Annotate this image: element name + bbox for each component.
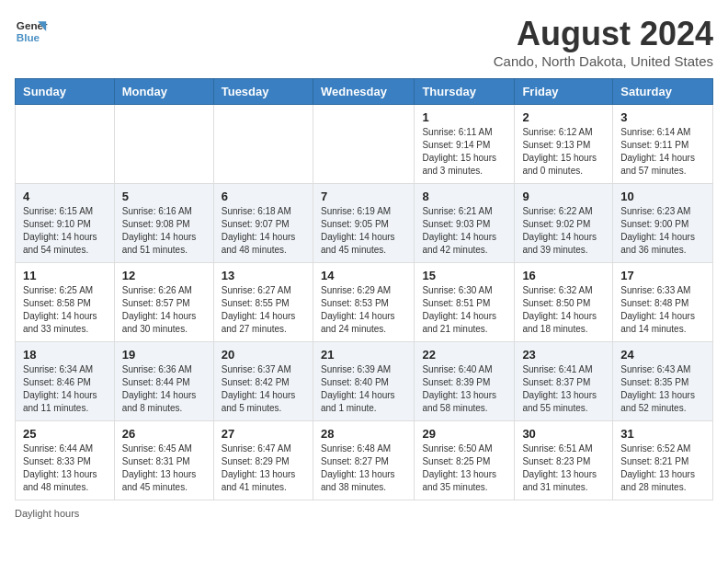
calendar-week-row: 4Sunrise: 6:15 AM Sunset: 9:10 PM Daylig… bbox=[16, 184, 713, 263]
footer-note: Daylight hours bbox=[15, 508, 713, 519]
svg-text:Blue: Blue bbox=[17, 31, 40, 43]
calendar-cell: 1Sunrise: 6:11 AM Sunset: 9:14 PM Daylig… bbox=[415, 105, 515, 184]
header: General Blue August 2024 Cando, North Da… bbox=[15, 15, 713, 69]
calendar-cell bbox=[114, 105, 213, 184]
day-number: 31 bbox=[620, 427, 705, 441]
day-info: Sunrise: 6:52 AM Sunset: 8:21 PM Dayligh… bbox=[620, 442, 705, 494]
day-number: 27 bbox=[222, 427, 305, 441]
weekday-header: Friday bbox=[515, 79, 613, 105]
calendar-cell: 12Sunrise: 6:26 AM Sunset: 8:57 PM Dayli… bbox=[114, 263, 213, 342]
calendar-cell: 22Sunrise: 6:40 AM Sunset: 8:39 PM Dayli… bbox=[415, 342, 515, 421]
day-info: Sunrise: 6:44 AM Sunset: 8:33 PM Dayligh… bbox=[23, 442, 107, 494]
calendar-cell: 8Sunrise: 6:21 AM Sunset: 9:03 PM Daylig… bbox=[415, 184, 515, 263]
day-number: 17 bbox=[620, 269, 705, 282]
day-number: 28 bbox=[321, 427, 406, 441]
day-info: Sunrise: 6:47 AM Sunset: 8:29 PM Dayligh… bbox=[222, 442, 305, 494]
weekday-header: Tuesday bbox=[213, 79, 313, 105]
day-info: Sunrise: 6:40 AM Sunset: 8:39 PM Dayligh… bbox=[422, 363, 506, 415]
day-info: Sunrise: 6:37 AM Sunset: 8:42 PM Dayligh… bbox=[222, 363, 305, 415]
day-number: 7 bbox=[321, 190, 406, 203]
day-info: Sunrise: 6:25 AM Sunset: 8:58 PM Dayligh… bbox=[23, 284, 107, 336]
day-number: 12 bbox=[122, 269, 206, 282]
day-number: 26 bbox=[122, 427, 206, 441]
calendar-cell: 2Sunrise: 6:12 AM Sunset: 9:13 PM Daylig… bbox=[515, 105, 613, 184]
calendar-cell: 17Sunrise: 6:33 AM Sunset: 8:48 PM Dayli… bbox=[613, 263, 713, 342]
day-number: 16 bbox=[522, 269, 605, 282]
day-number: 14 bbox=[321, 269, 406, 282]
day-info: Sunrise: 6:27 AM Sunset: 8:55 PM Dayligh… bbox=[222, 284, 305, 336]
day-number: 29 bbox=[422, 427, 506, 441]
day-number: 19 bbox=[122, 348, 206, 362]
weekday-header: Sunday bbox=[16, 79, 115, 105]
day-info: Sunrise: 6:39 AM Sunset: 8:40 PM Dayligh… bbox=[321, 363, 406, 415]
day-info: Sunrise: 6:12 AM Sunset: 9:13 PM Dayligh… bbox=[522, 126, 605, 178]
header-row: SundayMondayTuesdayWednesdayThursdayFrid… bbox=[16, 79, 713, 105]
day-info: Sunrise: 6:41 AM Sunset: 8:37 PM Dayligh… bbox=[522, 363, 605, 415]
title-area: August 2024 Cando, North Dakota, United … bbox=[494, 15, 713, 69]
calendar-cell: 30Sunrise: 6:51 AM Sunset: 8:23 PM Dayli… bbox=[515, 421, 613, 500]
calendar-cell: 7Sunrise: 6:19 AM Sunset: 9:05 PM Daylig… bbox=[313, 184, 414, 263]
day-number: 1 bbox=[422, 110, 506, 124]
day-info: Sunrise: 6:14 AM Sunset: 9:11 PM Dayligh… bbox=[620, 126, 705, 178]
day-info: Sunrise: 6:21 AM Sunset: 9:03 PM Dayligh… bbox=[422, 205, 506, 257]
logo-icon: General Blue bbox=[15, 15, 48, 48]
weekday-header: Thursday bbox=[415, 79, 515, 105]
day-info: Sunrise: 6:43 AM Sunset: 8:35 PM Dayligh… bbox=[620, 363, 705, 415]
day-info: Sunrise: 6:30 AM Sunset: 8:51 PM Dayligh… bbox=[422, 284, 506, 336]
day-info: Sunrise: 6:48 AM Sunset: 8:27 PM Dayligh… bbox=[321, 442, 406, 494]
logo: General Blue bbox=[15, 15, 48, 48]
day-number: 11 bbox=[23, 269, 107, 282]
calendar-cell: 29Sunrise: 6:50 AM Sunset: 8:25 PM Dayli… bbox=[415, 421, 515, 500]
day-info: Sunrise: 6:36 AM Sunset: 8:44 PM Dayligh… bbox=[122, 363, 206, 415]
day-number: 6 bbox=[222, 190, 305, 203]
calendar-cell: 23Sunrise: 6:41 AM Sunset: 8:37 PM Dayli… bbox=[515, 342, 613, 421]
calendar-week-row: 11Sunrise: 6:25 AM Sunset: 8:58 PM Dayli… bbox=[16, 263, 713, 342]
day-number: 30 bbox=[522, 427, 605, 441]
calendar-cell: 4Sunrise: 6:15 AM Sunset: 9:10 PM Daylig… bbox=[16, 184, 115, 263]
day-number: 5 bbox=[122, 190, 206, 203]
day-number: 8 bbox=[422, 190, 506, 203]
day-info: Sunrise: 6:11 AM Sunset: 9:14 PM Dayligh… bbox=[422, 126, 506, 178]
day-info: Sunrise: 6:16 AM Sunset: 9:08 PM Dayligh… bbox=[122, 205, 206, 257]
day-info: Sunrise: 6:18 AM Sunset: 9:07 PM Dayligh… bbox=[222, 205, 305, 257]
calendar-cell: 6Sunrise: 6:18 AM Sunset: 9:07 PM Daylig… bbox=[213, 184, 313, 263]
calendar-cell: 3Sunrise: 6:14 AM Sunset: 9:11 PM Daylig… bbox=[613, 105, 713, 184]
calendar-cell: 10Sunrise: 6:23 AM Sunset: 9:00 PM Dayli… bbox=[613, 184, 713, 263]
weekday-header: Saturday bbox=[613, 79, 713, 105]
day-number: 22 bbox=[422, 348, 506, 362]
calendar-week-row: 18Sunrise: 6:34 AM Sunset: 8:46 PM Dayli… bbox=[16, 342, 713, 421]
day-number: 10 bbox=[620, 190, 705, 203]
calendar-cell: 18Sunrise: 6:34 AM Sunset: 8:46 PM Dayli… bbox=[16, 342, 115, 421]
calendar-cell: 5Sunrise: 6:16 AM Sunset: 9:08 PM Daylig… bbox=[114, 184, 213, 263]
day-info: Sunrise: 6:45 AM Sunset: 8:31 PM Dayligh… bbox=[122, 442, 206, 494]
month-year: August 2024 bbox=[494, 15, 713, 53]
location: Cando, North Dakota, United States bbox=[494, 53, 713, 69]
day-number: 21 bbox=[321, 348, 406, 362]
day-info: Sunrise: 6:23 AM Sunset: 9:00 PM Dayligh… bbox=[620, 205, 705, 257]
calendar-cell: 11Sunrise: 6:25 AM Sunset: 8:58 PM Dayli… bbox=[16, 263, 115, 342]
day-info: Sunrise: 6:26 AM Sunset: 8:57 PM Dayligh… bbox=[122, 284, 206, 336]
day-number: 25 bbox=[23, 427, 107, 441]
calendar-cell: 28Sunrise: 6:48 AM Sunset: 8:27 PM Dayli… bbox=[313, 421, 414, 500]
calendar-cell: 24Sunrise: 6:43 AM Sunset: 8:35 PM Dayli… bbox=[613, 342, 713, 421]
day-info: Sunrise: 6:19 AM Sunset: 9:05 PM Dayligh… bbox=[321, 205, 406, 257]
calendar-cell: 20Sunrise: 6:37 AM Sunset: 8:42 PM Dayli… bbox=[213, 342, 313, 421]
calendar-cell: 14Sunrise: 6:29 AM Sunset: 8:53 PM Dayli… bbox=[313, 263, 414, 342]
day-number: 23 bbox=[522, 348, 605, 362]
weekday-header: Wednesday bbox=[313, 79, 414, 105]
day-number: 3 bbox=[620, 110, 705, 124]
calendar-cell: 16Sunrise: 6:32 AM Sunset: 8:50 PM Dayli… bbox=[515, 263, 613, 342]
day-info: Sunrise: 6:50 AM Sunset: 8:25 PM Dayligh… bbox=[422, 442, 506, 494]
calendar-cell: 31Sunrise: 6:52 AM Sunset: 8:21 PM Dayli… bbox=[613, 421, 713, 500]
calendar-cell: 13Sunrise: 6:27 AM Sunset: 8:55 PM Dayli… bbox=[213, 263, 313, 342]
day-number: 20 bbox=[222, 348, 305, 362]
calendar-cell: 15Sunrise: 6:30 AM Sunset: 8:51 PM Dayli… bbox=[415, 263, 515, 342]
day-info: Sunrise: 6:29 AM Sunset: 8:53 PM Dayligh… bbox=[321, 284, 406, 336]
weekday-header: Monday bbox=[114, 79, 213, 105]
calendar-week-row: 25Sunrise: 6:44 AM Sunset: 8:33 PM Dayli… bbox=[16, 421, 713, 500]
day-info: Sunrise: 6:15 AM Sunset: 9:10 PM Dayligh… bbox=[23, 205, 107, 257]
day-info: Sunrise: 6:22 AM Sunset: 9:02 PM Dayligh… bbox=[522, 205, 605, 257]
day-info: Sunrise: 6:32 AM Sunset: 8:50 PM Dayligh… bbox=[522, 284, 605, 336]
calendar-cell bbox=[313, 105, 414, 184]
calendar-table: SundayMondayTuesdayWednesdayThursdayFrid… bbox=[15, 78, 713, 500]
